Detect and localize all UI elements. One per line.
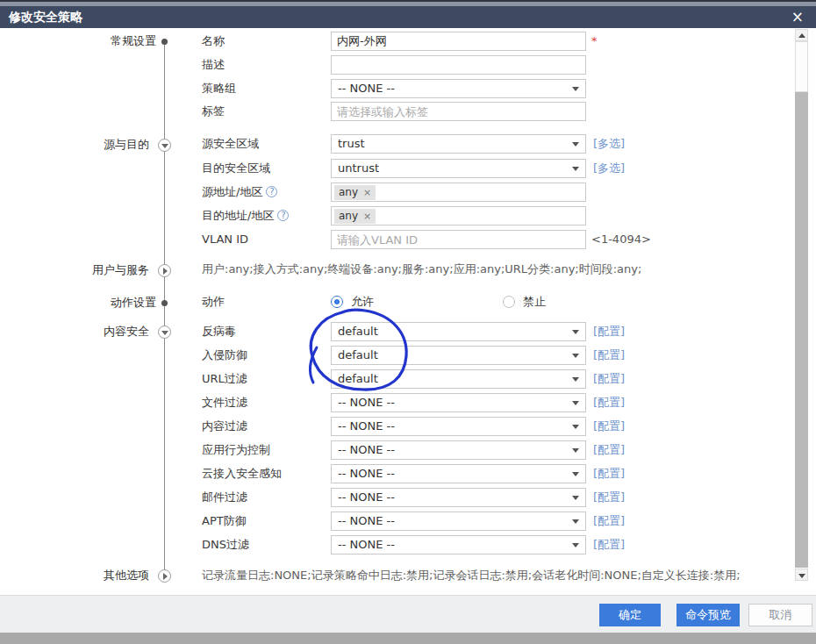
security-profile-row: 邮件过滤 -- NONE -- [配置] — [0, 488, 816, 507]
profile-value: -- NONE -- — [338, 394, 395, 411]
profile-label: DNS过滤 — [202, 535, 249, 555]
vlan-range-hint: <1-4094> — [591, 230, 651, 249]
collapse-arrow-icon[interactable] — [158, 326, 171, 339]
src-zone-multi-select-link[interactable]: [多选] — [593, 134, 625, 154]
profile-select[interactable]: default — [331, 369, 586, 389]
chevron-right-icon — [163, 268, 168, 275]
description-input[interactable] — [331, 55, 586, 75]
help-icon[interactable]: ? — [277, 210, 289, 221]
description-label: 描述 — [202, 55, 225, 75]
profile-select[interactable]: -- NONE -- — [331, 512, 586, 531]
allow-radio[interactable] — [331, 296, 343, 308]
expand-arrow-icon[interactable] — [158, 264, 171, 277]
scrollbar-track[interactable] — [795, 41, 808, 568]
allow-radio-label[interactable]: 允许 — [351, 294, 374, 310]
profile-configure-link[interactable]: [配置] — [593, 464, 625, 483]
chevron-down-icon — [161, 331, 168, 335]
dropdown-arrow-icon — [572, 425, 579, 429]
dst-address-row: 目的地址/地区? any× — [0, 206, 816, 225]
profile-label: 文件过滤 — [202, 393, 247, 412]
name-input[interactable] — [331, 32, 586, 51]
section-action: 动作设置 — [9, 293, 156, 312]
dst-zone-multi-select-link[interactable]: [多选] — [593, 159, 625, 178]
profile-select[interactable]: -- NONE -- — [331, 393, 586, 412]
profile-configure-link[interactable]: [配置] — [593, 440, 625, 460]
profile-select[interactable]: default — [331, 322, 586, 341]
section-user-service: 用户与服务 — [9, 261, 149, 280]
profile-configure-link[interactable]: [配置] — [593, 322, 625, 341]
dropdown-arrow-icon — [572, 448, 579, 453]
dst-address-chip: any× — [334, 209, 376, 224]
chip-remove-icon[interactable]: × — [363, 211, 371, 222]
dialog-footer: 确定 命令预览 取消 — [0, 595, 816, 633]
required-asterisk: * — [591, 32, 598, 51]
profile-configure-link[interactable]: [配置] — [593, 346, 625, 365]
security-profile-row: APT防御 -- NONE -- [配置] — [0, 512, 816, 531]
cancel-button[interactable]: 取消 — [748, 604, 812, 626]
chevron-right-icon — [163, 573, 168, 580]
profile-select[interactable]: -- NONE -- — [331, 488, 586, 507]
src-zone-select[interactable]: trust — [331, 134, 586, 154]
dropdown-arrow-icon — [572, 519, 579, 524]
profile-select[interactable]: -- NONE -- — [331, 535, 586, 555]
window-bottom-strip — [0, 633, 816, 644]
dialog-titlebar: 修改安全策略 × — [0, 6, 816, 28]
profile-value: default — [338, 370, 378, 388]
profile-value: -- NONE -- — [338, 512, 395, 530]
dropdown-arrow-icon — [572, 330, 579, 334]
src-address-label: 源地址/地区? — [202, 182, 277, 202]
dropdown-arrow-icon — [572, 401, 579, 405]
scrollbar-thumb[interactable] — [795, 41, 808, 92]
dst-address-label: 目的地址/地区? — [202, 206, 289, 225]
tag-row: 标签 — [0, 102, 816, 121]
dialog-body: 常规设置 源与目的 用户与服务 动作设置 内容安全 其他选项 名称 * 描述 策… — [0, 28, 816, 595]
ok-button[interactable]: 确定 — [599, 604, 661, 626]
command-preview-button[interactable]: 命令预览 — [676, 604, 740, 626]
profile-label: 云接入安全感知 — [202, 464, 282, 483]
dropdown-arrow-icon — [572, 377, 579, 382]
close-icon[interactable]: × — [791, 6, 804, 28]
profile-configure-link[interactable]: [配置] — [593, 393, 625, 412]
dst-zone-row: 目的安全区域 untrust [多选] — [0, 159, 816, 178]
policy-group-select[interactable]: -- NONE -- — [331, 79, 586, 98]
vlan-input[interactable] — [331, 230, 586, 249]
profile-configure-link[interactable]: [配置] — [593, 488, 625, 507]
other-options-summary: 记录流量日志:NONE;记录策略命中日志:禁用;记录会话日志:禁用;会话老化时间… — [202, 568, 741, 583]
profile-select[interactable]: -- NONE -- — [331, 417, 586, 436]
tag-input[interactable] — [331, 102, 586, 121]
profile-label: APT防御 — [202, 512, 247, 531]
dropdown-arrow-icon — [572, 87, 579, 91]
vertical-scrollbar[interactable] — [795, 28, 808, 595]
scroll-down-button[interactable] — [795, 569, 808, 581]
dst-zone-value: untrust — [338, 160, 379, 177]
profile-configure-link[interactable]: [配置] — [593, 417, 625, 436]
profile-select[interactable]: default — [331, 346, 586, 365]
dst-address-field[interactable]: any× — [331, 206, 586, 225]
user-service-summary: 用户:any;接入方式:any;终端设备:any;服务:any;应用:any;U… — [202, 261, 641, 277]
profile-select[interactable]: -- NONE -- — [331, 440, 586, 460]
section-content-security: 内容安全 — [9, 322, 149, 341]
modify-security-policy-dialog: 修改安全策略 × 常规设置 源与目的 用户与服务 动作设置 内容安全 其他选项 … — [0, 0, 816, 644]
deny-radio[interactable] — [503, 296, 515, 308]
profile-select[interactable]: -- NONE -- — [331, 464, 586, 483]
expand-arrow-icon[interactable] — [158, 569, 171, 583]
section-general: 常规设置 — [9, 32, 156, 51]
chip-remove-icon[interactable]: × — [363, 187, 371, 198]
profile-value: -- NONE -- — [338, 465, 395, 483]
collapse-arrow-icon[interactable] — [158, 139, 171, 152]
src-zone-value: trust — [338, 135, 365, 153]
profile-label: 入侵防御 — [202, 346, 247, 365]
dropdown-arrow-icon — [572, 354, 579, 358]
profile-configure-link[interactable]: [配置] — [593, 369, 625, 389]
vlan-row: VLAN ID <1-4094> — [0, 230, 816, 249]
help-icon[interactable]: ? — [266, 186, 277, 197]
src-address-field[interactable]: any× — [331, 182, 586, 202]
section-timeline — [164, 41, 165, 576]
dst-zone-select[interactable]: untrust — [331, 159, 586, 178]
scroll-up-button[interactable] — [795, 29, 808, 41]
profile-configure-link[interactable]: [配置] — [593, 535, 625, 555]
profile-configure-link[interactable]: [配置] — [593, 512, 625, 531]
deny-radio-label[interactable]: 禁止 — [523, 294, 546, 310]
policy-group-label: 策略组 — [202, 79, 236, 98]
section-action-dot-icon — [161, 300, 168, 306]
